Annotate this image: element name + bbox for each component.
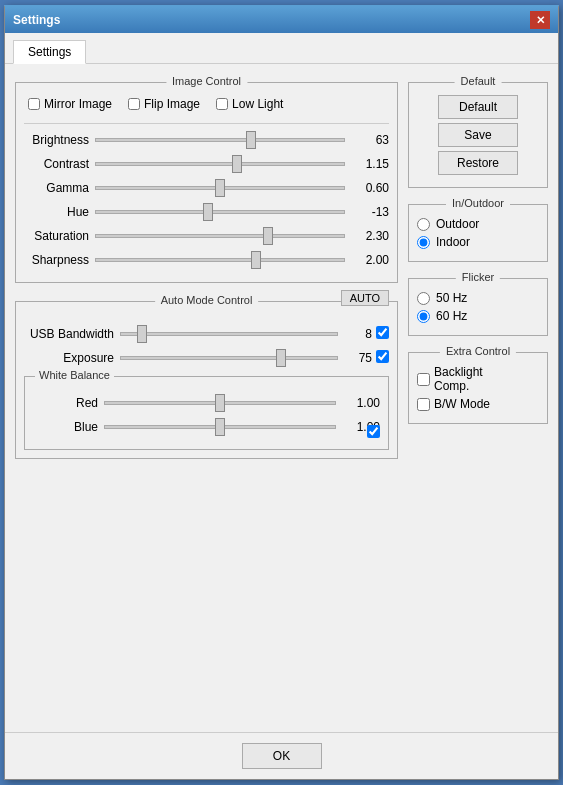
brightness-label: Brightness xyxy=(24,133,89,147)
backlight-comp-label: BacklightComp. xyxy=(434,365,483,393)
outdoor-label: Outdoor xyxy=(436,217,479,231)
saturation-slider[interactable] xyxy=(95,234,345,238)
usb-bandwidth-slider-container xyxy=(120,324,338,344)
low-light-checkbox[interactable] xyxy=(216,98,228,110)
in-outdoor-group: In/Outdoor Outdoor Indoor xyxy=(408,204,548,262)
red-value: 1.00 xyxy=(342,396,380,410)
flip-image-label: Flip Image xyxy=(144,97,200,111)
default-button[interactable]: Default xyxy=(438,95,518,119)
usb-bandwidth-row: USB Bandwidth 8 xyxy=(24,324,389,344)
auto-button[interactable]: AUTO xyxy=(341,290,389,306)
contrast-slider[interactable] xyxy=(95,162,345,166)
sharpness-slider-container xyxy=(95,250,345,270)
restore-button[interactable]: Restore xyxy=(438,151,518,175)
low-light-label: Low Light xyxy=(232,97,283,111)
low-light-item: Low Light xyxy=(216,97,283,111)
gamma-value: 0.60 xyxy=(351,181,389,195)
brightness-slider-container xyxy=(95,130,345,150)
usb-bandwidth-checkbox-container xyxy=(376,326,389,342)
wb-checkbox[interactable] xyxy=(367,425,380,438)
hz50-radio[interactable] xyxy=(417,292,430,305)
bw-mode-checkbox[interactable] xyxy=(417,398,430,411)
sharpness-slider[interactable] xyxy=(95,258,345,262)
gamma-slider[interactable] xyxy=(95,186,345,190)
usb-bandwidth-checkbox[interactable] xyxy=(376,326,389,339)
hz50-label: 50 Hz xyxy=(436,291,467,305)
white-balance-label: White Balance xyxy=(35,369,114,381)
brightness-row: Brightness 63 xyxy=(24,130,389,150)
image-control-group: Image Control Mirror Image Flip Image Lo… xyxy=(15,82,398,283)
flicker-group-label: Flicker xyxy=(456,271,500,283)
indoor-item: Indoor xyxy=(417,235,539,249)
wb-checkbox-container xyxy=(367,425,380,441)
brightness-slider[interactable] xyxy=(95,138,345,142)
indoor-radio[interactable] xyxy=(417,236,430,249)
divider xyxy=(24,123,389,124)
extra-control-group: Extra Control BacklightComp. B/W Mode xyxy=(408,352,548,424)
exposure-label: Exposure xyxy=(24,351,114,365)
main-window: Settings ✕ Settings Image Control Mirror… xyxy=(4,5,559,780)
gamma-row: Gamma 0.60 xyxy=(24,178,389,198)
mirror-image-checkbox[interactable] xyxy=(28,98,40,110)
brightness-value: 63 xyxy=(351,133,389,147)
red-row: Red 1.00 xyxy=(33,393,380,413)
blue-row: Blue 1.00 xyxy=(33,417,380,437)
exposure-slider[interactable] xyxy=(120,356,338,360)
bw-mode-label: B/W Mode xyxy=(434,397,490,411)
red-slider-container xyxy=(104,393,336,413)
usb-bandwidth-value: 8 xyxy=(342,327,372,341)
title-bar-text: Settings xyxy=(13,13,60,27)
hue-value: -13 xyxy=(351,205,389,219)
blue-slider[interactable] xyxy=(104,425,336,429)
save-button[interactable]: Save xyxy=(438,123,518,147)
hue-row: Hue -13 xyxy=(24,202,389,222)
saturation-value: 2.30 xyxy=(351,229,389,243)
usb-bandwidth-slider[interactable] xyxy=(120,332,338,336)
footer: OK xyxy=(5,732,558,779)
flip-image-checkbox[interactable] xyxy=(128,98,140,110)
blue-slider-container xyxy=(104,417,336,437)
left-panel: Image Control Mirror Image Flip Image Lo… xyxy=(15,74,398,722)
exposure-row: Exposure 75 xyxy=(24,348,389,368)
exposure-value: 75 xyxy=(342,351,372,365)
tab-settings[interactable]: Settings xyxy=(13,40,86,64)
default-group: Default Default Save Restore xyxy=(408,82,548,188)
hz50-item: 50 Hz xyxy=(417,291,539,305)
flicker-group: Flicker 50 Hz 60 Hz xyxy=(408,278,548,336)
white-balance-group: White Balance Red 1.00 Blue 1.00 xyxy=(24,376,389,450)
blue-label: Blue xyxy=(33,420,98,434)
outdoor-radio[interactable] xyxy=(417,218,430,231)
auto-mode-label: Auto Mode Control xyxy=(155,294,259,306)
backlight-comp-item: BacklightComp. xyxy=(417,365,539,393)
backlight-comp-checkbox[interactable] xyxy=(417,373,430,386)
right-panel: Default Default Save Restore In/Outdoor … xyxy=(408,74,548,722)
hue-slider[interactable] xyxy=(95,210,345,214)
auto-mode-group: Auto Mode Control AUTO USB Bandwidth 8 E… xyxy=(15,301,398,459)
exposure-slider-container xyxy=(120,348,338,368)
hz60-radio[interactable] xyxy=(417,310,430,323)
gamma-label: Gamma xyxy=(24,181,89,195)
hue-slider-container xyxy=(95,202,345,222)
hz60-label: 60 Hz xyxy=(436,309,467,323)
sharpness-row: Sharpness 2.00 xyxy=(24,250,389,270)
contrast-slider-container xyxy=(95,154,345,174)
mirror-image-item: Mirror Image xyxy=(28,97,112,111)
red-label: Red xyxy=(33,396,98,410)
image-control-label: Image Control xyxy=(166,75,247,87)
close-button[interactable]: ✕ xyxy=(530,11,550,29)
extra-control-group-label: Extra Control xyxy=(440,345,516,357)
red-slider[interactable] xyxy=(104,401,336,405)
sharpness-value: 2.00 xyxy=(351,253,389,267)
content-area: Image Control Mirror Image Flip Image Lo… xyxy=(5,64,558,732)
gamma-slider-container xyxy=(95,178,345,198)
in-outdoor-group-label: In/Outdoor xyxy=(446,197,510,209)
flip-image-item: Flip Image xyxy=(128,97,200,111)
contrast-row: Contrast 1.15 xyxy=(24,154,389,174)
saturation-label: Saturation xyxy=(24,229,89,243)
ok-button[interactable]: OK xyxy=(242,743,322,769)
sharpness-label: Sharpness xyxy=(24,253,89,267)
hz60-item: 60 Hz xyxy=(417,309,539,323)
tab-bar: Settings xyxy=(5,33,558,64)
exposure-checkbox[interactable] xyxy=(376,350,389,363)
contrast-value: 1.15 xyxy=(351,157,389,171)
